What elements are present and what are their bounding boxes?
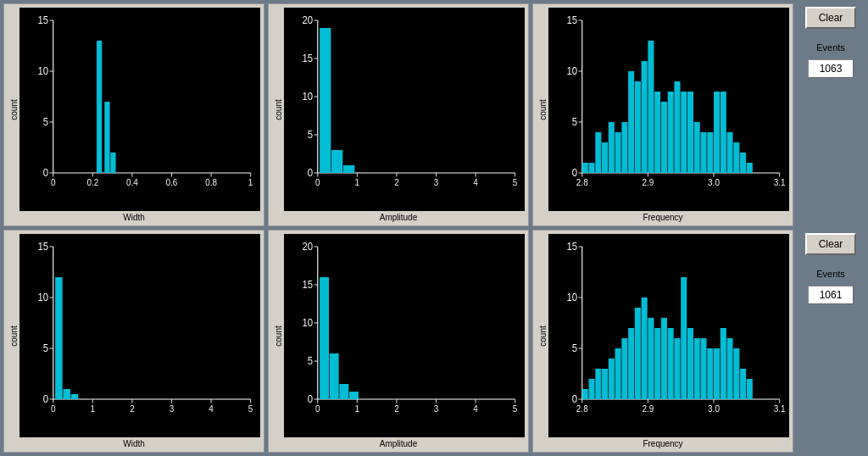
svg-rect-118 — [55, 277, 63, 399]
svg-rect-83 — [668, 92, 674, 173]
svg-text:0: 0 — [51, 178, 56, 187]
svg-text:15: 15 — [37, 14, 48, 25]
events-label-0: Events — [816, 42, 845, 53]
svg-text:10: 10 — [566, 292, 577, 303]
svg-rect-89 — [707, 132, 713, 173]
svg-text:2.8: 2.8 — [576, 178, 588, 187]
svg-rect-174 — [628, 328, 634, 399]
xlabel-width-bottom: Width — [8, 439, 260, 448]
svg-text:3: 3 — [170, 404, 175, 414]
chart-amplitude-top: count05101520012345Amplitude — [268, 3, 529, 226]
svg-rect-188 — [721, 328, 726, 399]
svg-rect-94 — [740, 153, 746, 173]
chart-canvas-width-bottom: 051015012345 — [19, 234, 260, 437]
xlabel-width-top: Width — [8, 213, 260, 222]
svg-rect-84 — [674, 81, 680, 173]
svg-text:5: 5 — [248, 404, 253, 414]
events-value-1: 1061 — [808, 286, 854, 304]
ylabel-frequency-top: count — [538, 99, 548, 120]
svg-text:0.2: 0.2 — [86, 178, 98, 187]
ylabel-width-top: count — [9, 99, 19, 120]
svg-text:2: 2 — [130, 404, 135, 414]
svg-rect-148 — [349, 392, 359, 399]
svg-text:2.9: 2.9 — [642, 178, 654, 187]
svg-text:0.6: 0.6 — [166, 178, 178, 187]
svg-rect-173 — [621, 338, 627, 399]
svg-rect-80 — [648, 41, 654, 173]
svg-rect-91 — [721, 92, 726, 173]
ylabel-amplitude-top: count — [274, 99, 283, 120]
svg-rect-93 — [733, 142, 739, 173]
svg-text:5: 5 — [43, 342, 48, 353]
svg-text:0: 0 — [43, 393, 49, 404]
svg-rect-181 — [674, 338, 680, 399]
svg-text:5: 5 — [572, 342, 577, 353]
chart-frequency-top: count0510152.82.93.03.1Frequency — [532, 3, 793, 226]
svg-rect-169 — [595, 369, 601, 399]
svg-rect-146 — [330, 353, 339, 399]
svg-rect-176 — [642, 298, 648, 399]
chart-amplitude-bottom: count05101520012345Amplitude — [268, 230, 529, 453]
svg-text:4: 4 — [473, 178, 478, 187]
svg-text:15: 15 — [566, 241, 577, 252]
svg-rect-22 — [97, 41, 102, 173]
xlabel-amplitude-top: Amplitude — [272, 213, 525, 222]
svg-rect-177 — [648, 318, 654, 399]
chart-canvas-frequency-bottom: 0510152.82.93.03.1 — [548, 234, 789, 437]
svg-text:2.9: 2.9 — [642, 404, 654, 414]
svg-rect-79 — [642, 61, 648, 173]
chart-width-bottom: count051015012345Width — [3, 230, 264, 453]
svg-text:1: 1 — [91, 404, 96, 414]
svg-rect-70 — [582, 163, 588, 173]
svg-rect-182 — [681, 277, 687, 399]
svg-text:3.1: 3.1 — [774, 404, 786, 414]
chart-frequency-bottom: count0510152.82.93.03.1Frequency — [532, 230, 793, 453]
svg-rect-24 — [110, 153, 115, 173]
svg-rect-120 — [71, 394, 79, 399]
svg-rect-90 — [714, 92, 720, 173]
svg-text:0: 0 — [572, 167, 578, 178]
svg-text:3: 3 — [434, 178, 439, 187]
svg-text:15: 15 — [302, 53, 313, 64]
svg-text:0: 0 — [308, 167, 314, 178]
svg-text:10: 10 — [302, 91, 313, 102]
svg-text:5: 5 — [572, 116, 577, 127]
svg-rect-170 — [602, 369, 608, 399]
svg-text:5: 5 — [43, 116, 48, 127]
xlabel-amplitude-bottom: Amplitude — [272, 439, 525, 448]
svg-text:5: 5 — [308, 129, 313, 140]
svg-rect-172 — [615, 348, 621, 399]
svg-text:3.0: 3.0 — [708, 178, 720, 187]
charts-group-1: count051015012345Widthcount0510152001234… — [3, 230, 793, 453]
svg-text:5: 5 — [308, 355, 313, 366]
svg-text:2: 2 — [394, 178, 399, 187]
chart-canvas-frequency-top: 0510152.82.93.03.1 — [548, 8, 789, 211]
svg-rect-51 — [343, 165, 354, 173]
events-label-1: Events — [816, 269, 845, 279]
svg-rect-76 — [621, 122, 627, 173]
svg-rect-189 — [727, 338, 733, 399]
clear-button-0[interactable]: Clear — [805, 7, 856, 29]
svg-rect-74 — [609, 122, 615, 173]
svg-text:20: 20 — [302, 241, 313, 252]
svg-text:10: 10 — [566, 65, 577, 76]
svg-text:15: 15 — [302, 279, 313, 290]
svg-rect-192 — [747, 379, 753, 399]
svg-rect-185 — [700, 338, 706, 399]
ylabel-frequency-bottom: count — [538, 325, 548, 346]
svg-rect-119 — [63, 389, 70, 399]
svg-rect-71 — [589, 163, 595, 173]
side-panel-1: ClearEvents1061 — [797, 230, 865, 453]
row-1: count051015012345Widthcount0510152001234… — [3, 230, 865, 453]
svg-rect-87 — [694, 122, 700, 173]
svg-rect-171 — [609, 359, 615, 399]
svg-text:0: 0 — [315, 404, 320, 414]
svg-text:0: 0 — [315, 178, 320, 187]
svg-rect-179 — [661, 318, 667, 399]
svg-rect-183 — [687, 328, 693, 399]
svg-text:4: 4 — [209, 404, 214, 414]
svg-rect-145 — [320, 277, 329, 399]
svg-rect-78 — [635, 81, 641, 173]
clear-button-1[interactable]: Clear — [805, 233, 856, 255]
svg-rect-186 — [707, 348, 713, 399]
